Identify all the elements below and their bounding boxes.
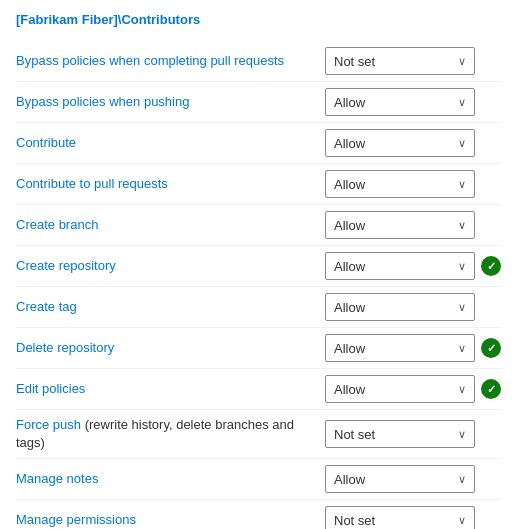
icon-placeholder-create-tag [481, 297, 501, 317]
chevron-down-icon: ∨ [458, 383, 466, 396]
dropdown-wrapper-contribute: Allow∨ [325, 129, 501, 157]
dropdown-wrapper-edit-policies: Allow∨ [325, 375, 501, 403]
chevron-down-icon: ∨ [458, 301, 466, 314]
dropdown-force-push[interactable]: Not set∨ [325, 420, 475, 448]
permissions-list: Bypass policies when completing pull req… [16, 41, 501, 529]
dropdown-bypass-policies-pull[interactable]: Not set∨ [325, 47, 475, 75]
permission-row-create-branch: Create branchAllow∨ [16, 205, 501, 246]
check-icon-create-repository [481, 256, 501, 276]
dropdown-contribute[interactable]: Allow∨ [325, 129, 475, 157]
permission-label-create-tag: Create tag [16, 298, 325, 316]
permission-label-create-branch: Create branch [16, 216, 325, 234]
dropdown-create-branch[interactable]: Allow∨ [325, 211, 475, 239]
dropdown-value-manage-notes: Allow [334, 472, 365, 487]
dropdown-value-bypass-policies-pull: Not set [334, 54, 375, 69]
permission-row-bypass-policies-push: Bypass policies when pushingAllow∨ [16, 82, 501, 123]
dropdown-value-force-push: Not set [334, 427, 375, 442]
dropdown-wrapper-manage-notes: Allow∨ [325, 465, 501, 493]
dropdown-value-create-branch: Allow [334, 218, 365, 233]
dropdown-manage-permissions[interactable]: Not set∨ [325, 506, 475, 529]
icon-placeholder-bypass-policies-push [481, 92, 501, 112]
permission-label-manage-notes: Manage notes [16, 470, 325, 488]
dropdown-wrapper-bypass-policies-push: Allow∨ [325, 88, 501, 116]
chevron-down-icon: ∨ [458, 219, 466, 232]
icon-placeholder-bypass-policies-pull [481, 51, 501, 71]
permission-label-create-repository: Create repository [16, 257, 325, 275]
permission-label-bypass-policies-pull: Bypass policies when completing pull req… [16, 52, 325, 70]
permission-row-manage-notes: Manage notesAllow∨ [16, 459, 501, 500]
chevron-down-icon: ∨ [458, 514, 466, 527]
chevron-down-icon: ∨ [458, 260, 466, 273]
dropdown-value-bypass-policies-push: Allow [334, 95, 365, 110]
permission-row-contribute: ContributeAllow∨ [16, 123, 501, 164]
icon-placeholder-manage-notes [481, 469, 501, 489]
chevron-down-icon: ∨ [458, 55, 466, 68]
permission-row-force-push: Force push (rewrite history, delete bran… [16, 410, 501, 459]
icon-placeholder-create-branch [481, 215, 501, 235]
dropdown-wrapper-bypass-policies-pull: Not set∨ [325, 47, 501, 75]
permission-row-edit-policies: Edit policiesAllow∨ [16, 369, 501, 410]
dropdown-wrapper-create-repository: Allow∨ [325, 252, 501, 280]
permission-row-manage-permissions: Manage permissionsNot set∨ [16, 500, 501, 529]
dropdown-value-delete-repository: Allow [334, 341, 365, 356]
chevron-down-icon: ∨ [458, 428, 466, 441]
dropdown-value-create-tag: Allow [334, 300, 365, 315]
page-title: [Fabrikam Fiber]\Contributors [16, 12, 501, 27]
icon-placeholder-manage-permissions [481, 510, 501, 529]
dropdown-manage-notes[interactable]: Allow∨ [325, 465, 475, 493]
dropdown-wrapper-force-push: Not set∨ [325, 420, 501, 448]
permission-label-contribute-pull: Contribute to pull requests [16, 175, 325, 193]
permission-row-create-tag: Create tagAllow∨ [16, 287, 501, 328]
dropdown-wrapper-create-branch: Allow∨ [325, 211, 501, 239]
chevron-down-icon: ∨ [458, 178, 466, 191]
permission-label-delete-repository: Delete repository [16, 339, 325, 357]
dropdown-wrapper-delete-repository: Allow∨ [325, 334, 501, 362]
permission-row-delete-repository: Delete repositoryAllow∨ [16, 328, 501, 369]
chevron-down-icon: ∨ [458, 137, 466, 150]
permission-label-edit-policies: Edit policies [16, 380, 325, 398]
dropdown-value-contribute: Allow [334, 136, 365, 151]
dropdown-bypass-policies-push[interactable]: Allow∨ [325, 88, 475, 116]
dropdown-value-contribute-pull: Allow [334, 177, 365, 192]
icon-placeholder-force-push [481, 424, 501, 444]
permission-label-bypass-policies-push: Bypass policies when pushing [16, 93, 325, 111]
dropdown-wrapper-create-tag: Allow∨ [325, 293, 501, 321]
dropdown-edit-policies[interactable]: Allow∨ [325, 375, 475, 403]
dropdown-create-repository[interactable]: Allow∨ [325, 252, 475, 280]
dropdown-contribute-pull[interactable]: Allow∨ [325, 170, 475, 198]
dropdown-create-tag[interactable]: Allow∨ [325, 293, 475, 321]
dropdown-value-create-repository: Allow [334, 259, 365, 274]
dropdown-value-manage-permissions: Not set [334, 513, 375, 528]
check-icon-edit-policies [481, 379, 501, 399]
permission-label-manage-permissions: Manage permissions [16, 511, 325, 529]
dropdown-wrapper-manage-permissions: Not set∨ [325, 506, 501, 529]
dropdown-wrapper-contribute-pull: Allow∨ [325, 170, 501, 198]
icon-placeholder-contribute-pull [481, 174, 501, 194]
chevron-down-icon: ∨ [458, 473, 466, 486]
permission-label-force-push: Force push (rewrite history, delete bran… [16, 416, 325, 452]
dropdown-delete-repository[interactable]: Allow∨ [325, 334, 475, 362]
chevron-down-icon: ∨ [458, 342, 466, 355]
permission-row-bypass-policies-pull: Bypass policies when completing pull req… [16, 41, 501, 82]
icon-placeholder-contribute [481, 133, 501, 153]
permission-row-create-repository: Create repositoryAllow∨ [16, 246, 501, 287]
check-icon-delete-repository [481, 338, 501, 358]
dropdown-value-edit-policies: Allow [334, 382, 365, 397]
permission-row-contribute-pull: Contribute to pull requestsAllow∨ [16, 164, 501, 205]
chevron-down-icon: ∨ [458, 96, 466, 109]
permission-label-contribute: Contribute [16, 134, 325, 152]
